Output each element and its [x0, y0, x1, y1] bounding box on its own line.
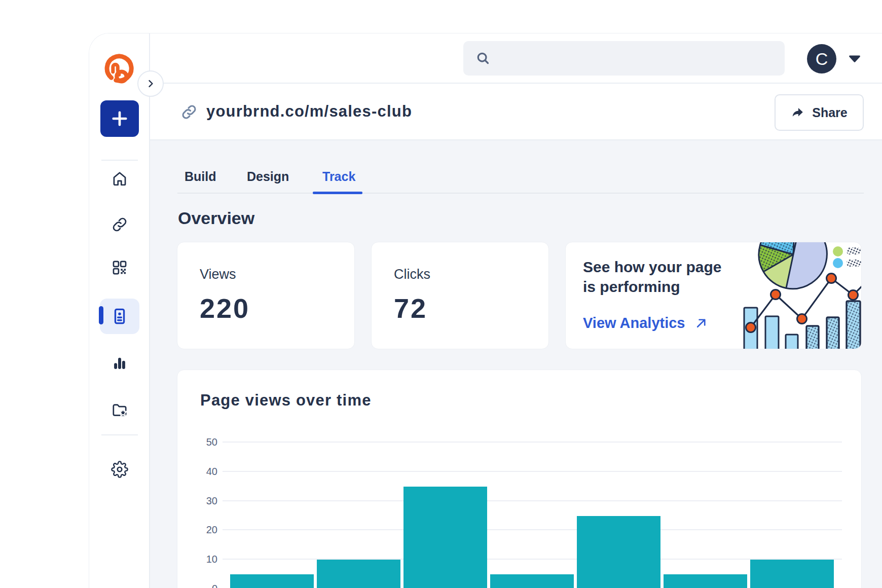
halftone-swatch — [847, 247, 861, 254]
create-new-button[interactable] — [100, 100, 139, 137]
y-axis-label-30: 30 — [187, 494, 217, 508]
chevron-right-icon — [145, 78, 156, 89]
sidebar-divider — [101, 434, 138, 435]
tab-track[interactable]: Track — [322, 169, 355, 185]
legend-dot-green — [833, 246, 843, 256]
chart-bar-3 — [403, 487, 487, 588]
halftone-swatch — [847, 260, 861, 267]
home-icon — [111, 170, 128, 187]
avatar[interactable]: C — [807, 44, 836, 74]
share-button[interactable]: Share — [775, 94, 864, 131]
sidebar-item-pages[interactable] — [110, 307, 129, 326]
gridline-20 — [223, 529, 842, 530]
share-button-label: Share — [812, 105, 847, 120]
views-label: Views — [200, 267, 354, 282]
chart-bar-1 — [230, 574, 314, 588]
sidebar-active-indicator — [99, 306, 103, 324]
gridline-10 — [223, 559, 842, 560]
page-views-chart-card: Page views over time 50403020100 — [177, 370, 862, 588]
main-content: Build Design Track Overview Views 220 Cl… — [150, 140, 882, 588]
search-input[interactable] — [463, 41, 785, 76]
gridline-30 — [223, 500, 842, 501]
sidebar-collapse-button[interactable] — [137, 70, 164, 97]
y-axis-label-10: 10 — [187, 552, 217, 566]
chain-link-icon — [111, 216, 128, 233]
chart-bar-6 — [664, 574, 747, 588]
bar-chart-icon — [111, 354, 128, 372]
legend-dot-blue — [833, 258, 843, 268]
share-arrow-icon — [791, 105, 805, 120]
section-title: Overview — [178, 208, 254, 228]
sidebar-item-home[interactable] — [111, 170, 128, 187]
plus-icon — [109, 108, 130, 129]
analytics-illustration — [709, 242, 861, 349]
sidebar-item-settings[interactable] — [111, 461, 128, 478]
y-axis-label-50: 50 — [187, 435, 217, 449]
link-icon — [180, 103, 198, 121]
analytics-promo-card: See how your page is performing View Ana… — [565, 242, 862, 349]
sidebar-item-links[interactable] — [111, 216, 128, 233]
pages-icon — [110, 307, 129, 326]
promo-title: See how your page is performing — [583, 257, 721, 297]
view-analytics-link[interactable]: View Analytics — [583, 315, 708, 332]
view-analytics-label: View Analytics — [583, 315, 685, 332]
clicks-label: Clicks — [394, 267, 548, 282]
y-axis-label-0: 0 — [187, 581, 217, 588]
app-window: C yourbrnd.co/m/sales-club Share Build D… — [89, 33, 882, 588]
tab-design[interactable]: Design — [247, 169, 289, 185]
chart-title: Page views over time — [200, 391, 372, 410]
settings-gear-icon — [111, 461, 128, 478]
y-axis-label-40: 40 — [187, 464, 217, 479]
arrow-up-right-icon — [694, 316, 708, 330]
sidebar-item-campaigns[interactable] — [111, 401, 128, 418]
folder-star-icon — [111, 401, 128, 418]
views-value: 220 — [200, 292, 354, 324]
caret-down-icon[interactable] — [849, 55, 861, 63]
sidebar-item-qr-codes[interactable] — [111, 259, 128, 276]
bar-chart: 50403020100 — [223, 442, 842, 588]
gridline-40 — [223, 471, 842, 472]
sidebar-item-analytics[interactable] — [111, 354, 128, 372]
bar-chart-illustration — [744, 301, 860, 349]
clicks-stat-card: Clicks 72 — [371, 242, 549, 349]
pie-chart-illustration — [759, 242, 827, 289]
sidebar-divider — [101, 160, 138, 161]
clicks-value: 72 — [394, 292, 548, 324]
tabs-baseline — [177, 193, 864, 194]
views-stat-card: Views 220 — [177, 242, 355, 349]
chart-bar-2 — [317, 560, 400, 588]
tab-build[interactable]: Build — [185, 169, 216, 185]
chart-bar-5 — [577, 516, 660, 588]
chart-bar-7 — [750, 560, 834, 588]
chart-bar-4 — [490, 574, 574, 588]
gridline-50 — [223, 442, 842, 443]
sidebar — [89, 33, 150, 588]
page-header-row: yourbrnd.co/m/sales-club Share — [150, 85, 882, 140]
qr-code-icon — [111, 259, 128, 276]
top-header: C — [150, 33, 882, 84]
page-title: yourbrnd.co/m/sales-club — [206, 102, 412, 121]
y-axis-label-20: 20 — [187, 523, 217, 537]
bitly-logo-icon[interactable] — [103, 52, 135, 84]
active-tab-underline — [313, 192, 362, 194]
